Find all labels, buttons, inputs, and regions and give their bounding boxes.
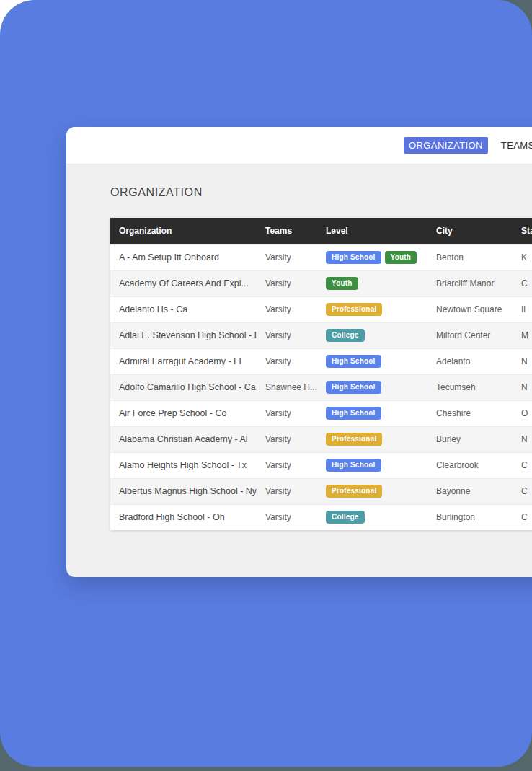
column-header-level[interactable]: Level [317, 218, 427, 244]
column-header-organization[interactable]: Organization [110, 218, 257, 244]
teams-cell: Varsity [257, 452, 317, 478]
city-cell: Burlington [427, 504, 513, 530]
column-header-city[interactable]: City [427, 218, 513, 244]
table-row[interactable]: Adlai E. Stevenson High School - Il Vars… [110, 322, 532, 348]
state-cell: K [513, 244, 532, 270]
level-badge: Youth [385, 251, 417, 264]
city-cell: Clearbrook [427, 452, 513, 478]
organization-cell: Adolfo Camarillo High School - Ca [110, 374, 257, 400]
level-badge: College [326, 511, 365, 524]
state-cell: C [513, 478, 532, 504]
level-badge: High School [326, 355, 381, 368]
level-cell: Professional [317, 478, 427, 504]
organization-cell: Albertus Magnus High School - Ny [110, 478, 257, 504]
table-row[interactable]: Bradford High School - Oh Varsity Colleg… [110, 504, 532, 530]
table-row[interactable]: Alabama Christian Academy - Al Varsity P… [110, 426, 532, 452]
level-badge: High School [326, 381, 381, 394]
app-card: ORGANIZATION TEAMS ORGANIZATION Organiza… [66, 127, 532, 577]
city-cell: Burley [427, 426, 513, 452]
table-row[interactable]: A - Am Setup Itt Onboard Varsity High Sc… [110, 244, 532, 270]
level-cell: High School [317, 400, 427, 426]
teams-cell: Varsity [257, 400, 317, 426]
organization-table: Organization Teams Level City State A - … [110, 218, 532, 530]
nav-item-teams[interactable]: TEAMS [501, 140, 532, 151]
table-body: A - Am Setup Itt Onboard Varsity High Sc… [110, 244, 532, 530]
table-row[interactable]: Air Force Prep School - Co Varsity High … [110, 400, 532, 426]
city-cell: Cheshire [427, 400, 513, 426]
teams-cell: Varsity [257, 270, 317, 296]
city-cell: Milford Center [427, 322, 513, 348]
level-badge: High School [326, 459, 381, 472]
top-nav: ORGANIZATION TEAMS [66, 127, 532, 164]
level-badge: Youth [326, 277, 358, 290]
table-header: Organization Teams Level City State [110, 218, 532, 244]
state-cell: N [513, 426, 532, 452]
level-cell: High SchoolYouth [317, 244, 427, 270]
teams-cell: Varsity [257, 348, 317, 374]
city-cell: Adelanto [427, 348, 513, 374]
city-cell: Benton [427, 244, 513, 270]
teams-cell: Varsity [257, 244, 317, 270]
state-cell: C [513, 270, 532, 296]
level-badge: Professional [326, 485, 382, 498]
state-cell: M [513, 322, 532, 348]
organization-cell: Alabama Christian Academy - Al [110, 426, 257, 452]
state-cell: Il [513, 296, 532, 322]
column-header-teams[interactable]: Teams [257, 218, 317, 244]
state-cell: C [513, 452, 532, 478]
level-cell: Professional [317, 296, 427, 322]
table-row[interactable]: Alamo Heights High School - Tx Varsity H… [110, 452, 532, 478]
organization-cell: Alamo Heights High School - Tx [110, 452, 257, 478]
column-header-state[interactable]: State [513, 218, 532, 244]
table-row[interactable]: Adolfo Camarillo High School - Ca Shawne… [110, 374, 532, 400]
organization-cell: Admiral Farragut Academy - Fl [110, 348, 257, 374]
teams-cell: Varsity [257, 478, 317, 504]
level-badge: High School [326, 251, 381, 264]
state-cell: O [513, 400, 532, 426]
level-badge: Professional [326, 433, 382, 446]
table-row[interactable]: Albertus Magnus High School - Ny Varsity… [110, 478, 532, 504]
state-cell: C [513, 504, 532, 530]
level-cell: High School [317, 374, 427, 400]
table-row[interactable]: Academy Of Careers And Expl... Varsity Y… [110, 270, 532, 296]
city-cell: Bayonne [427, 478, 513, 504]
organization-cell: Air Force Prep School - Co [110, 400, 257, 426]
organization-cell: Academy Of Careers And Expl... [110, 270, 257, 296]
state-cell: N [513, 374, 532, 400]
teams-cell: Varsity [257, 426, 317, 452]
table-row[interactable]: Admiral Farragut Academy - Fl Varsity Hi… [110, 348, 532, 374]
city-cell: Newtown Square [427, 296, 513, 322]
city-cell: Briarcliff Manor [427, 270, 513, 296]
teams-cell: Varsity [257, 296, 317, 322]
level-badge: College [326, 329, 365, 342]
level-cell: Youth [317, 270, 427, 296]
table-row[interactable]: Adelanto Hs - Ca Varsity Professional Ne… [110, 296, 532, 322]
organization-cell: Bradford High School - Oh [110, 504, 257, 530]
organization-cell: Adlai E. Stevenson High School - Il [110, 322, 257, 348]
state-cell: N [513, 348, 532, 374]
organization-cell: A - Am Setup Itt Onboard [110, 244, 257, 270]
organization-cell: Adelanto Hs - Ca [110, 296, 257, 322]
level-cell: High School [317, 452, 427, 478]
level-cell: High School [317, 348, 427, 374]
level-cell: College [317, 504, 427, 530]
city-cell: Tecumseh [427, 374, 513, 400]
page-title: ORGANIZATION [110, 186, 532, 199]
level-cell: College [317, 322, 427, 348]
nav-item-organization[interactable]: ORGANIZATION [404, 137, 488, 154]
teams-cell: Varsity [257, 322, 317, 348]
teams-cell: Varsity [257, 504, 317, 530]
level-badge: High School [326, 407, 381, 420]
teams-cell: Shawnee H... [257, 374, 317, 400]
level-badge: Professional [326, 303, 382, 316]
level-cell: Professional [317, 426, 427, 452]
